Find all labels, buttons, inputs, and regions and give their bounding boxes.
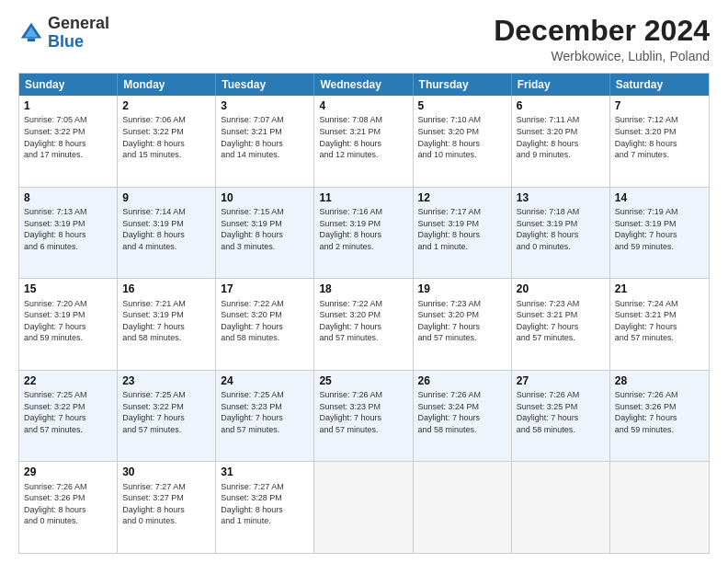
cell-line: and 15 minutes. <box>122 149 210 161</box>
weekday-header-sunday: Sunday <box>19 74 118 96</box>
cell-line: and 58 minutes. <box>221 332 309 344</box>
calendar-body: 1Sunrise: 7:05 AMSunset: 3:22 PMDaylight… <box>19 96 709 553</box>
cell-line: Sunrise: 7:25 AM <box>221 389 309 401</box>
calendar-cell-31: 31Sunrise: 7:27 AMSunset: 3:28 PMDayligh… <box>216 462 314 553</box>
cell-line: Sunset: 3:19 PM <box>122 218 210 230</box>
cell-line: Daylight: 8 hours <box>24 504 112 516</box>
day-number: 15 <box>24 282 112 296</box>
cell-line: and 1 minute. <box>418 241 506 253</box>
calendar-row: 22Sunrise: 7:25 AMSunset: 3:22 PMDayligh… <box>19 370 709 462</box>
calendar-cell-7: 7Sunrise: 7:12 AMSunset: 3:20 PMDaylight… <box>610 96 709 187</box>
day-number: 12 <box>418 190 506 205</box>
cell-line: Daylight: 8 hours <box>122 138 210 150</box>
cell-line: Daylight: 8 hours <box>122 504 210 516</box>
cell-line: Sunset: 3:21 PM <box>615 309 704 321</box>
cell-line: and 59 minutes. <box>24 332 112 344</box>
logo-general: General <box>48 14 109 32</box>
cell-line: and 4 minutes. <box>122 241 210 253</box>
cell-line: Sunset: 3:20 PM <box>221 309 309 321</box>
cell-line: Daylight: 7 hours <box>221 412 309 424</box>
cell-line: Sunrise: 7:27 AM <box>221 481 309 493</box>
page: General Blue December 2024 Werbkowice, L… <box>0 0 728 563</box>
calendar: SundayMondayTuesdayWednesdayThursdayFrid… <box>18 73 710 554</box>
calendar-cell-23: 23Sunrise: 7:25 AMSunset: 3:22 PMDayligh… <box>118 371 216 462</box>
calendar-cell-20: 20Sunrise: 7:23 AMSunset: 3:21 PMDayligh… <box>512 279 610 370</box>
cell-line: Sunset: 3:21 PM <box>319 126 407 138</box>
calendar-cell-4: 4Sunrise: 7:08 AMSunset: 3:21 PMDaylight… <box>314 96 413 187</box>
cell-line: Sunrise: 7:26 AM <box>24 481 112 493</box>
calendar-row: 8Sunrise: 7:13 AMSunset: 3:19 PMDaylight… <box>19 187 709 279</box>
calendar-cell-9: 9Sunrise: 7:14 AMSunset: 3:19 PMDaylight… <box>118 188 216 279</box>
calendar-cell-14: 14Sunrise: 7:19 AMSunset: 3:19 PMDayligh… <box>610 188 709 279</box>
cell-line: and 10 minutes. <box>418 149 506 161</box>
day-number: 30 <box>122 465 210 479</box>
day-number: 26 <box>418 373 506 388</box>
weekday-header-thursday: Thursday <box>414 74 512 96</box>
calendar-cell-24: 24Sunrise: 7:25 AMSunset: 3:23 PMDayligh… <box>216 371 314 462</box>
cell-line: Sunset: 3:24 PM <box>418 401 506 413</box>
weekday-header-wednesday: Wednesday <box>314 74 413 96</box>
cell-line: Sunrise: 7:11 AM <box>517 114 605 126</box>
day-number: 25 <box>319 373 407 388</box>
cell-line: and 6 minutes. <box>24 241 112 253</box>
calendar-cell-1: 1Sunrise: 7:05 AMSunset: 3:22 PMDaylight… <box>19 96 118 187</box>
calendar-cell-12: 12Sunrise: 7:17 AMSunset: 3:19 PMDayligh… <box>414 188 512 279</box>
cell-line: Daylight: 8 hours <box>319 138 407 150</box>
title-block: December 2024 Werbkowice, Lublin, Poland <box>494 15 710 63</box>
cell-line: Sunrise: 7:26 AM <box>615 389 704 401</box>
calendar-header: SundayMondayTuesdayWednesdayThursdayFrid… <box>19 74 709 96</box>
header: General Blue December 2024 Werbkowice, L… <box>18 15 710 63</box>
cell-line: Daylight: 7 hours <box>221 321 309 333</box>
cell-line: Sunset: 3:19 PM <box>24 218 112 230</box>
day-number: 24 <box>221 373 309 388</box>
logo-icon <box>18 20 44 46</box>
cell-line: Daylight: 7 hours <box>24 321 112 333</box>
cell-line: Sunrise: 7:18 AM <box>517 206 605 218</box>
cell-line: Daylight: 8 hours <box>418 229 506 241</box>
cell-line: Sunrise: 7:13 AM <box>24 206 112 218</box>
cell-line: Sunset: 3:22 PM <box>122 401 210 413</box>
cell-line: Daylight: 8 hours <box>122 229 210 241</box>
cell-line: Sunrise: 7:26 AM <box>517 389 605 401</box>
cell-line: Sunrise: 7:25 AM <box>122 389 210 401</box>
cell-line: Sunrise: 7:22 AM <box>221 298 309 310</box>
cell-line: Sunset: 3:19 PM <box>24 309 112 321</box>
cell-line: and 57 minutes. <box>615 332 704 344</box>
location: Werbkowice, Lublin, Poland <box>494 49 710 63</box>
calendar-cell-empty <box>610 462 709 553</box>
cell-line: and 57 minutes. <box>418 332 506 344</box>
logo: General Blue <box>18 15 109 52</box>
calendar-row: 1Sunrise: 7:05 AMSunset: 3:22 PMDaylight… <box>19 96 709 187</box>
cell-line: Sunrise: 7:26 AM <box>418 389 506 401</box>
cell-line: Daylight: 7 hours <box>319 412 407 424</box>
day-number: 2 <box>122 98 210 113</box>
cell-line: and 3 minutes. <box>221 241 309 253</box>
cell-line: Sunrise: 7:07 AM <box>221 114 309 126</box>
calendar-cell-19: 19Sunrise: 7:23 AMSunset: 3:20 PMDayligh… <box>414 279 512 370</box>
cell-line: Sunrise: 7:06 AM <box>122 114 210 126</box>
cell-line: Sunset: 3:19 PM <box>418 218 506 230</box>
cell-line: Daylight: 8 hours <box>24 229 112 241</box>
calendar-cell-27: 27Sunrise: 7:26 AMSunset: 3:25 PMDayligh… <box>512 371 610 462</box>
cell-line: Daylight: 7 hours <box>319 321 407 333</box>
calendar-cell-empty <box>414 462 512 553</box>
cell-line: Daylight: 7 hours <box>615 321 704 333</box>
cell-line: Sunset: 3:19 PM <box>221 218 309 230</box>
cell-line: and 57 minutes. <box>319 332 407 344</box>
cell-line: Sunset: 3:20 PM <box>319 309 407 321</box>
weekday-header-friday: Friday <box>512 74 610 96</box>
calendar-cell-8: 8Sunrise: 7:13 AMSunset: 3:19 PMDaylight… <box>19 188 118 279</box>
cell-line: and 1 minute. <box>221 515 309 527</box>
cell-line: Daylight: 7 hours <box>517 412 605 424</box>
cell-line: and 57 minutes. <box>319 424 407 436</box>
calendar-cell-30: 30Sunrise: 7:27 AMSunset: 3:27 PMDayligh… <box>118 462 216 553</box>
cell-line: Sunset: 3:20 PM <box>517 126 605 138</box>
day-number: 21 <box>615 282 704 296</box>
day-number: 22 <box>24 373 112 388</box>
cell-line: and 9 minutes. <box>517 149 605 161</box>
cell-line: Sunrise: 7:27 AM <box>122 481 210 493</box>
day-number: 7 <box>615 98 704 113</box>
cell-line: Sunset: 3:22 PM <box>122 126 210 138</box>
cell-line: Daylight: 7 hours <box>122 412 210 424</box>
cell-line: and 57 minutes. <box>24 424 112 436</box>
